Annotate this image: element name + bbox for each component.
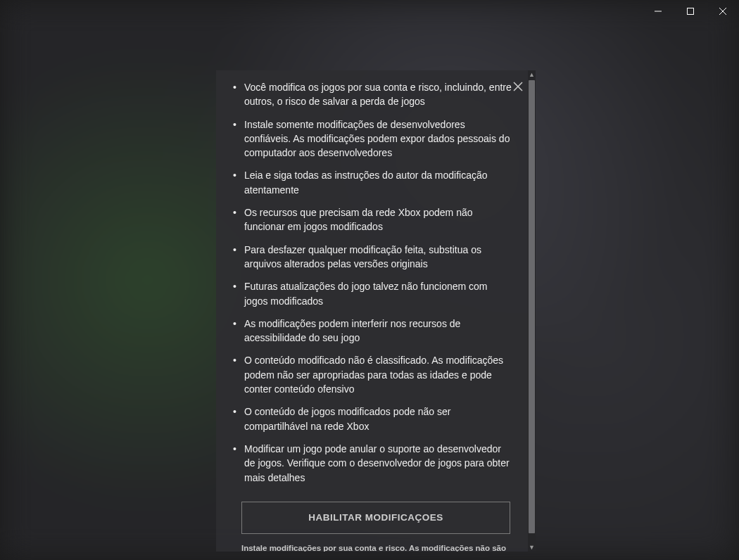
list-item: O conteúdo de jogos modificados pode não… xyxy=(229,405,513,433)
dialog-content: Você modifica os jogos por sua conta e r… xyxy=(216,70,536,552)
warning-list: Você modifica os jogos por sua conta e r… xyxy=(229,80,523,485)
disclaimer-text: Instale modificações por sua conta e ris… xyxy=(241,542,510,552)
dialog-footer: Instale modificações por sua conta e ris… xyxy=(229,534,523,552)
list-item: As modificações podem interferir nos rec… xyxy=(229,317,513,345)
scroll-down-icon[interactable]: ▼ xyxy=(528,543,536,552)
list-item: Modificar um jogo pode anular o suporte … xyxy=(229,442,513,485)
scroll-up-icon[interactable]: ▲ xyxy=(528,70,536,79)
minimize-button[interactable] xyxy=(642,0,674,23)
maximize-button[interactable] xyxy=(674,0,707,23)
list-item: Você modifica os jogos por sua conta e r… xyxy=(229,80,513,109)
enable-mods-button[interactable]: HABILITAR MODIFICAÇOES xyxy=(241,502,510,534)
list-item: O conteúdo modificado não é classificado… xyxy=(229,353,513,396)
scrollbar-thumb[interactable] xyxy=(529,80,535,533)
list-item: Para desfazer qualquer modificação feita… xyxy=(229,243,513,272)
enable-mods-dialog: Você modifica os jogos por sua conta e r… xyxy=(216,70,536,552)
close-dialog-button[interactable] xyxy=(507,76,529,97)
list-item: Futuras atualizações do jogo talvez não … xyxy=(229,279,513,308)
list-item: Os recursos que precisam da rede Xbox po… xyxy=(229,205,513,234)
list-item: Instale somente modificações de desenvol… xyxy=(229,117,513,160)
scrollbar[interactable]: ▲ ▼ xyxy=(528,70,536,552)
close-window-button[interactable] xyxy=(707,0,739,23)
list-item: Leia e siga todas as instruções do autor… xyxy=(229,168,513,197)
window-titlebar xyxy=(642,0,739,23)
svg-rect-0 xyxy=(688,8,694,15)
